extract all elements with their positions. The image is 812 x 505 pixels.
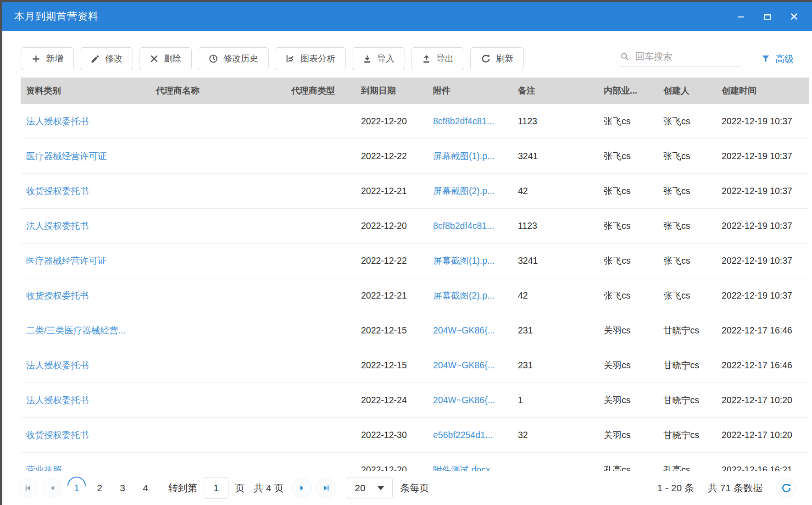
advanced-search-button[interactable]: 高级 xyxy=(761,53,794,65)
maximize-button[interactable] xyxy=(762,11,773,22)
minimize-button[interactable] xyxy=(736,11,746,22)
chevron-down-icon xyxy=(378,486,384,490)
cell-category[interactable]: 医疗器械经营许可证 xyxy=(21,255,150,267)
cell-attachment[interactable]: 屏幕截图(2).p... xyxy=(428,289,512,302)
next-page-icon xyxy=(298,484,306,492)
history-button[interactable]: 修改历史 xyxy=(198,47,269,70)
table-row[interactable]: 法人授权委托书2022-12-208cf8b2df4c81...1123张飞cs… xyxy=(21,104,809,139)
advanced-search-label: 高级 xyxy=(775,53,794,65)
cell-attachment[interactable]: 屏幕截图(1).p... xyxy=(428,150,512,162)
cell-category[interactable]: 法人授权委托书 xyxy=(21,359,150,372)
cell-creator: 张飞cs xyxy=(658,289,716,302)
column-header-internal-business[interactable]: 内部业... xyxy=(598,85,658,97)
chart-analysis-button[interactable]: 图表分析 xyxy=(275,47,346,70)
chart-analysis-button-label: 图表分析 xyxy=(300,53,335,65)
cell-attachment[interactable]: 8cf8b2df4c81... xyxy=(428,116,512,127)
cell-expire-date: 2022-12-21 xyxy=(356,290,428,301)
column-header-agent-name[interactable]: 代理商名称 xyxy=(150,85,286,97)
cell-creator: 甘晓宁cs xyxy=(658,394,716,406)
cell-created-time: 2022-12-17 10:20 xyxy=(716,430,809,440)
cell-created-time: 2022-12-17 16:46 xyxy=(716,360,809,371)
table-row[interactable]: 法人授权委托书2022-12-208cf8b2df4c81...1123张飞cs… xyxy=(21,209,809,244)
minimize-icon xyxy=(736,11,746,22)
reload-data-button[interactable] xyxy=(776,478,796,498)
goto-page-input[interactable] xyxy=(204,477,228,499)
cell-category[interactable]: 收货授权委托书 xyxy=(21,289,150,302)
add-button[interactable]: 新增 xyxy=(21,47,74,70)
cell-internal-business: 关羽cs xyxy=(598,429,658,441)
column-header-created-time[interactable]: 创建时间 xyxy=(716,85,809,97)
table-row[interactable]: 收货授权委托书2022-12-30e56bf2254d1...32关羽cs甘晓宁… xyxy=(21,418,809,453)
table-row[interactable]: 收货授权委托书2022-12-21屏幕截图(2).p...42张飞cs张飞cs2… xyxy=(21,278,809,313)
table-row[interactable]: 法人授权委托书2022-12-24204W~GK86{...1关羽cs甘晓宁cs… xyxy=(21,383,809,418)
cell-remark: 32 xyxy=(512,430,598,440)
cell-created-time: 2022-12-19 10:37 xyxy=(716,186,809,196)
import-button[interactable]: 导入 xyxy=(352,47,405,70)
page-size-select[interactable]: 20 xyxy=(347,477,393,499)
cell-category[interactable]: 收货授权委托书 xyxy=(21,429,150,441)
cell-category[interactable]: 营业执照 xyxy=(21,464,150,471)
cell-remark: 42 xyxy=(512,186,598,196)
column-header-expire-date[interactable]: 到期日期 xyxy=(356,85,428,97)
last-page-button[interactable] xyxy=(316,478,336,498)
cell-category[interactable]: 法人授权委托书 xyxy=(21,394,150,406)
window-controls xyxy=(736,11,799,22)
toolbar: 新增 修改 删除 修改历史 图表分析 导入 导出 刷新 xyxy=(2,47,812,70)
cell-category[interactable]: 医疗器械经营许可证 xyxy=(21,150,150,162)
cell-category[interactable]: 收货授权委托书 xyxy=(21,185,150,197)
cell-attachment[interactable]: 204W~GK86{... xyxy=(428,395,512,405)
export-button[interactable]: 导出 xyxy=(411,47,464,70)
cell-attachment[interactable]: 8cf8b2df4c81... xyxy=(428,221,512,231)
page-number-1[interactable]: 1 xyxy=(67,483,87,494)
cell-attachment[interactable]: 附件测试.docx xyxy=(428,464,512,471)
cell-attachment[interactable]: 屏幕截图(2).p... xyxy=(428,185,512,197)
table-row[interactable]: 二类/三类医疗器械经营...2022-12-15204W~GK86{...231… xyxy=(21,313,809,348)
table-header-row: 资料类别代理商名称代理商类型到期日期附件备注内部业...创建人创建时间 xyxy=(21,78,809,104)
cell-expire-date: 2022-12-30 xyxy=(356,430,428,440)
refresh-button-label: 刷新 xyxy=(496,53,513,65)
first-page-button[interactable] xyxy=(18,478,38,498)
next-page-button[interactable] xyxy=(292,478,312,498)
x-icon xyxy=(150,54,159,63)
edit-button[interactable]: 修改 xyxy=(80,47,133,70)
column-header-creator[interactable]: 创建人 xyxy=(658,85,716,97)
column-header-agent-type[interactable]: 代理商类型 xyxy=(286,85,356,97)
search-input[interactable] xyxy=(634,51,740,62)
page-number-3[interactable]: 3 xyxy=(112,483,133,494)
table-row[interactable]: 收货授权委托书2022-12-21屏幕截图(2).p...42张飞cs张飞cs2… xyxy=(21,174,809,209)
cell-internal-business: 张飞cs xyxy=(598,220,658,232)
table-row[interactable]: 医疗器械经营许可证2022-12-22屏幕截图(1).p...3241张飞cs张… xyxy=(21,139,809,174)
search-icon xyxy=(620,51,629,61)
cell-attachment[interactable]: 屏幕截图(1).p... xyxy=(428,255,512,267)
cell-created-time: 2022-12-19 10:37 xyxy=(716,290,809,301)
column-header-remark[interactable]: 备注 xyxy=(512,85,598,97)
cell-attachment[interactable]: e56bf2254d1... xyxy=(428,430,512,440)
total-pages-label: 共 4 页 xyxy=(254,482,284,494)
page-number-4[interactable]: 4 xyxy=(135,483,156,494)
column-header-category[interactable]: 资料类别 xyxy=(21,85,150,97)
page-number-2[interactable]: 2 xyxy=(89,483,110,494)
cell-remark: 3241 xyxy=(512,151,598,161)
column-header-attachment[interactable]: 附件 xyxy=(428,85,512,97)
cell-attachment[interactable]: 204W~GK86{... xyxy=(428,360,512,371)
history-clock-icon xyxy=(208,54,218,64)
cell-category[interactable]: 法人授权委托书 xyxy=(21,115,150,128)
cell-expire-date: 2022-12-20 xyxy=(356,465,428,471)
table-row[interactable]: 营业执照2022-12-20附件测试.docx孔亮cs孔亮cs2022-12-1… xyxy=(21,453,809,471)
cell-attachment[interactable]: 204W~GK86{... xyxy=(428,325,512,336)
cell-creator: 张飞cs xyxy=(658,150,716,162)
cell-created-time: 2022-12-19 10:37 xyxy=(716,151,809,161)
table-row[interactable]: 法人授权委托书2022-12-15204W~GK86{...231关羽cs甘晓宁… xyxy=(21,348,809,383)
cell-creator: 张飞cs xyxy=(658,220,716,232)
data-table: 资料类别代理商名称代理商类型到期日期附件备注内部业...创建人创建时间 法人授权… xyxy=(21,78,809,471)
close-button[interactable] xyxy=(789,11,799,22)
delete-button[interactable]: 删除 xyxy=(139,47,192,70)
cell-category[interactable]: 二类/三类医疗器械经营... xyxy=(21,324,150,337)
cell-remark: 1123 xyxy=(512,221,598,231)
refresh-button[interactable]: 刷新 xyxy=(470,47,524,70)
table-row[interactable]: 医疗器械经营许可证2022-12-22屏幕截图(1).p...3241张飞cs张… xyxy=(21,244,809,278)
prev-page-button[interactable] xyxy=(42,478,62,498)
cell-category[interactable]: 法人授权委托书 xyxy=(21,220,150,232)
refresh-icon xyxy=(481,54,491,64)
reload-icon xyxy=(781,483,792,494)
